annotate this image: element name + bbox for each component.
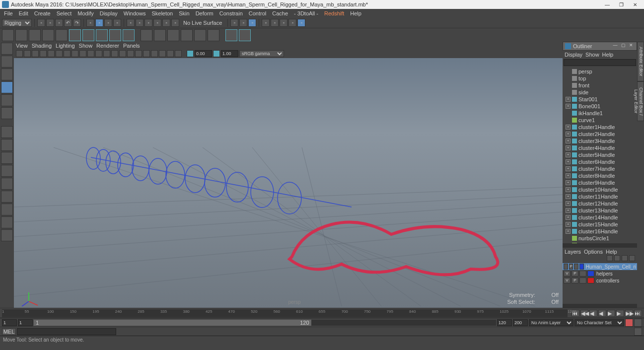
tree-item[interactable]: +cluster10Handle [564, 186, 636, 193]
menu-select[interactable]: Select [54, 10, 75, 16]
outliner-maximize-icon[interactable]: ▢ [620, 43, 627, 50]
step-forward-icon[interactable]: ▶ [616, 310, 624, 317]
layout-custom-icon[interactable]: ▫ [297, 19, 305, 27]
layers-menu-options[interactable]: Options [584, 249, 603, 255]
tree-item[interactable]: +cluster11Handle [564, 193, 636, 200]
menu-help[interactable]: Help [347, 10, 364, 16]
tree-item[interactable]: +cluster13Handle [564, 207, 636, 214]
menu-constrain[interactable]: Constrain [216, 10, 246, 16]
tree-item[interactable]: front [564, 82, 636, 89]
tree-item[interactable]: +cluster8Handle [564, 172, 636, 179]
panel-field-chart-icon[interactable] [87, 50, 94, 57]
layout-preset6-icon[interactable] [1, 229, 13, 241]
layout-preset1-icon[interactable] [1, 165, 13, 177]
expand-icon[interactable]: + [566, 139, 571, 143]
layers-scrollbar[interactable] [563, 304, 637, 308]
layer-v-toggle[interactable]: V [564, 271, 571, 277]
snap-plane-icon[interactable]: ▫ [153, 19, 161, 27]
layer-new-empty-icon[interactable] [622, 255, 628, 261]
expand-icon[interactable]: + [566, 159, 571, 164]
menu-skeleton[interactable]: Skeleton [148, 10, 176, 16]
menu-windows[interactable]: Windows [121, 10, 149, 16]
shelf-cluster-icon[interactable] [225, 29, 237, 41]
tree-item[interactable]: +cluster3Handle [564, 138, 636, 144]
select-component-icon[interactable]: ▫ [113, 19, 121, 27]
layout-four-icon[interactable]: ▫ [271, 19, 279, 27]
shelf-rotate-icon[interactable] [82, 29, 94, 41]
menu-display[interactable]: Display [97, 10, 121, 16]
expand-icon[interactable]: + [566, 132, 571, 137]
tree-item[interactable]: side [564, 89, 636, 96]
tree-item[interactable]: persp [564, 68, 636, 75]
layer-v-toggle[interactable] [564, 264, 568, 270]
range-start-input[interactable] [18, 319, 33, 326]
construction-history-icon[interactable]: ▫ [230, 19, 238, 27]
panel-colorspace-select[interactable]: sRGB gamma [239, 50, 284, 57]
panel-gamma-low-input[interactable] [195, 50, 212, 57]
tab-channel-box[interactable]: Channel Box / Layer Editor [637, 81, 644, 121]
panel-grid-icon[interactable] [56, 50, 63, 57]
rotate-tool-icon[interactable] [1, 94, 13, 106]
layers-menu-layers[interactable]: Layers [565, 249, 581, 255]
tree-item[interactable]: +Bone001 [564, 103, 636, 110]
minimize-button[interactable]: — [600, 0, 614, 9]
outliner-search-input[interactable] [564, 59, 636, 66]
undo-icon[interactable]: ↶ [64, 19, 72, 27]
panel-gate-mask-icon[interactable] [79, 50, 86, 57]
panel-safe-action-icon[interactable] [95, 50, 102, 57]
tree-item[interactable]: +cluster1Handle [564, 124, 636, 131]
panel-wireframe-icon[interactable] [111, 50, 118, 57]
last-tool-icon[interactable] [1, 126, 13, 138]
close-button[interactable]: ✕ [628, 0, 642, 9]
shelf-select-icon[interactable] [15, 29, 27, 41]
panel-shadows-icon[interactable] [143, 50, 150, 57]
panel-select-cam-icon[interactable] [16, 50, 23, 57]
play-forward-icon[interactable]: ▶ [607, 310, 615, 317]
layout-four-tool-icon[interactable] [1, 152, 13, 164]
outliner-minimize-icon[interactable]: — [612, 43, 619, 50]
layers-menu-help[interactable]: Help [606, 249, 617, 255]
shelf-mirror-icon[interactable] [208, 29, 219, 41]
open-scene-icon[interactable]: ▫ [46, 19, 54, 27]
outliner-menu-display[interactable]: Display [565, 52, 582, 58]
menu-control[interactable]: Control [246, 10, 269, 16]
range-slider-track[interactable]: 1 120 [34, 320, 496, 326]
symmetry-value[interactable]: Off [552, 292, 559, 298]
shelf-soft-icon[interactable] [56, 29, 68, 41]
menu-dtoall[interactable]: - 3DtoAll - [291, 10, 321, 16]
shelf-lasso-icon[interactable] [29, 29, 41, 41]
shelf-scale-icon[interactable] [96, 29, 108, 41]
select-tool-icon[interactable] [1, 43, 13, 55]
autokey-icon[interactable] [625, 319, 633, 327]
time-slider[interactable]: 1551001501952402853353804254705205606106… [0, 308, 644, 318]
panel-gamma-toggle-icon[interactable] [187, 50, 194, 57]
expand-icon[interactable]: + [566, 104, 571, 109]
outliner-menu-show[interactable]: Show [585, 52, 599, 58]
render-frame-icon[interactable]: ▫ [239, 19, 247, 27]
expand-icon[interactable]: + [566, 201, 571, 206]
layer-type-toggle[interactable] [579, 271, 586, 277]
layer-type-toggle[interactable] [579, 278, 586, 283]
prefs-icon[interactable] [634, 319, 642, 327]
panel-exposure-icon[interactable] [175, 50, 182, 57]
menu-cache[interactable]: Cache [269, 10, 291, 16]
panel-2d-pan-icon[interactable] [40, 50, 47, 57]
character-set-select[interactable]: No Character Set [574, 319, 624, 326]
panel-lights-icon[interactable] [135, 50, 142, 57]
viewport-persp[interactable]: persp Symmetry: Off Soft Select: Off [14, 58, 563, 308]
tree-item[interactable]: +cluster14Handle [564, 214, 636, 221]
expand-icon[interactable]: + [566, 173, 571, 178]
panel-menu-show[interactable]: Show [79, 43, 93, 49]
snap-view-icon[interactable]: ▫ [171, 19, 179, 27]
panel-menu-lighting[interactable]: Lighting [56, 43, 75, 49]
layer-new-selected-icon[interactable] [629, 255, 635, 261]
menu-redshift[interactable]: Redshift [321, 10, 347, 16]
menu-create[interactable]: Create [31, 10, 54, 16]
expand-icon[interactable]: + [566, 125, 571, 130]
snap-live-icon[interactable]: ▫ [162, 19, 170, 27]
layout-preset4-icon[interactable] [1, 204, 13, 215]
panel-menu-renderer[interactable]: Renderer [96, 43, 119, 49]
menu-file[interactable]: File [1, 10, 16, 16]
panel-resolution-icon[interactable] [72, 50, 78, 57]
menu-edit[interactable]: Edit [16, 10, 31, 16]
